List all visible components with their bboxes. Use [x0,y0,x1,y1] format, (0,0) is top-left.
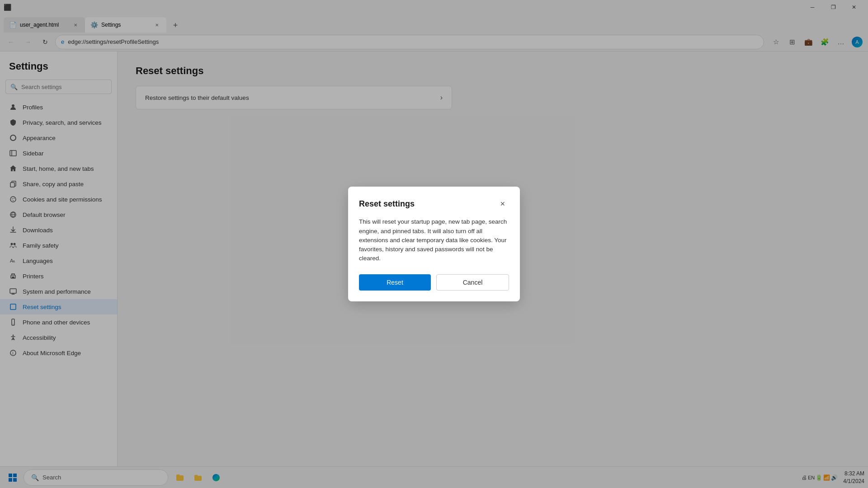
modal-overlay: Reset settings ✕ This will reset your st… [0,0,868,488]
dialog-body: This will reset your startup page, new t… [359,217,509,263]
dialog-close-button[interactable]: ✕ [496,197,509,210]
cancel-button[interactable]: Cancel [436,274,509,291]
reset-button[interactable]: Reset [359,274,431,291]
dialog-buttons: Reset Cancel [359,274,509,291]
dialog-title: Reset settings [359,199,415,209]
reset-dialog: Reset settings ✕ This will reset your st… [348,187,520,301]
dialog-header: Reset settings ✕ [359,197,509,210]
